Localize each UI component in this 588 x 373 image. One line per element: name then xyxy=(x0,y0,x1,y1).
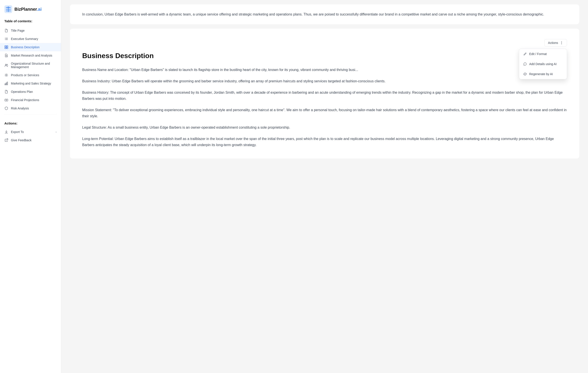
sidebar-item-business-description[interactable]: Business Description xyxy=(0,43,61,51)
actions-label: Actions: xyxy=(0,116,61,128)
nav-item-label: Operations Plan xyxy=(11,90,33,93)
svg-point-16 xyxy=(561,43,562,43)
svg-rect-12 xyxy=(7,82,8,85)
svg-rect-4 xyxy=(5,47,6,49)
edit-format-menu-item[interactable]: Edit / Format xyxy=(519,49,567,59)
chevron-icon: › xyxy=(55,130,57,134)
action-item-label: Export To xyxy=(11,130,24,134)
section-paragraph-4: Legal Structure: As a small business ent… xyxy=(82,124,567,131)
shield-icon xyxy=(4,106,8,110)
svg-rect-3 xyxy=(7,46,8,47)
nav-item-label: Products or Services xyxy=(11,73,39,77)
edit-format-label: Edit / Format xyxy=(529,52,547,56)
users-icon xyxy=(4,63,8,67)
nav-item-label: Risk Analysis xyxy=(11,107,29,110)
logo-area: BizPlanner.ai xyxy=(0,5,61,19)
sidebar-item-organizational-structure[interactable]: Organizational Structure and Management xyxy=(0,60,61,71)
action-item-give-feedback[interactable]: Give Feedback xyxy=(0,136,61,144)
actions-bar: Actions Edit / Format xyxy=(82,39,567,47)
svg-rect-10 xyxy=(5,84,5,85)
sidebar-item-title-page[interactable]: Title Page xyxy=(0,26,61,35)
action-items: Export To › Give Feedback xyxy=(0,128,61,144)
svg-point-15 xyxy=(561,41,562,42)
list-icon xyxy=(4,37,8,41)
dots-icon xyxy=(560,41,563,45)
edit-icon xyxy=(523,52,527,56)
sidebar-item-executive-summary[interactable]: Executive Summary xyxy=(0,35,61,43)
nav-item-label: Title Page xyxy=(11,29,25,32)
section-paragraph-3: Mission Statement: "To deliver exception… xyxy=(82,107,567,119)
section-paragraph-0: Business Name and Location: "Urban Edge … xyxy=(82,67,567,73)
regenerate-label: Regenerate by AI xyxy=(529,72,553,76)
gear-icon xyxy=(4,73,8,77)
svg-point-17 xyxy=(561,44,562,44)
svg-rect-13 xyxy=(5,99,8,101)
actions-dropdown-menu: Edit / Format Add Details using AI xyxy=(519,49,567,79)
actions-button[interactable]: Actions xyxy=(544,39,567,47)
svg-point-9 xyxy=(6,75,7,76)
nav-item-label: Executive Summary xyxy=(11,37,38,41)
chart-icon xyxy=(4,81,8,85)
download-icon xyxy=(4,130,8,134)
sidebar-item-operations-plan[interactable]: Operations Plan xyxy=(0,88,61,96)
toc-label: Table of contents: xyxy=(0,19,61,26)
actions-button-label: Actions xyxy=(548,41,558,45)
svg-point-7 xyxy=(5,64,7,65)
intro-text: In conclusion, Urban Edge Barbers is wel… xyxy=(82,11,567,17)
nav-item-label: Organizational Structure and Management xyxy=(11,62,57,69)
business-description-card: Actions Edit / Format xyxy=(70,29,579,159)
svg-point-8 xyxy=(7,64,8,65)
intro-card: In conclusion, Urban Edge Barbers is wel… xyxy=(70,4,579,24)
grid-icon xyxy=(4,45,8,49)
section-paragraph-5: Long-term Potential: Urban Edge Barbers … xyxy=(82,136,567,148)
action-item-label: Give Feedback xyxy=(11,139,32,142)
sidebar-item-marketing-sales[interactable]: Marketing and Sales Strategy xyxy=(0,79,61,88)
chat-icon xyxy=(523,62,527,66)
logo-icon xyxy=(4,5,12,13)
section-title: Business Description xyxy=(82,52,567,60)
svg-rect-5 xyxy=(7,47,8,49)
nav-item-label: Market Research and Analysis xyxy=(11,54,52,57)
refresh-icon xyxy=(523,72,527,76)
sidebar-item-risk-analysis[interactable]: Risk Analysis xyxy=(0,104,61,112)
nav-items: Title Page Executive Summary Business De… xyxy=(0,26,61,112)
add-details-menu-item[interactable]: Add Details using AI xyxy=(519,59,567,69)
document-search-icon xyxy=(4,53,8,57)
nav-item-label: Financial Projections xyxy=(11,98,39,102)
sidebar-item-financial-projections[interactable]: Financial Projections xyxy=(0,96,61,104)
svg-rect-11 xyxy=(6,83,7,85)
nav-item-label: Business Description xyxy=(11,45,40,49)
sidebar-item-products-services[interactable]: Products or Services xyxy=(0,71,61,79)
cash-icon xyxy=(4,98,8,102)
section-paragraphs: Business Name and Location: "Urban Edge … xyxy=(82,67,567,148)
svg-rect-2 xyxy=(5,46,6,47)
nav-item-label: Marketing and Sales Strategy xyxy=(11,82,51,85)
main-content: In conclusion, Urban Edge Barbers is wel… xyxy=(61,0,588,373)
svg-point-14 xyxy=(6,100,7,101)
file-icon xyxy=(4,90,8,94)
add-details-label: Add Details using AI xyxy=(529,62,556,66)
section-paragraph-2: Business History: The concept of Urban E… xyxy=(82,90,567,102)
logo-text: BizPlanner.ai xyxy=(14,7,42,12)
file-icon xyxy=(4,29,8,32)
sidebar: BizPlanner.ai Table of contents: Title P… xyxy=(0,0,61,373)
sidebar-item-market-research[interactable]: Market Research and Analysis xyxy=(0,51,61,60)
external-link-icon xyxy=(4,138,8,142)
regenerate-menu-item[interactable]: Regenerate by AI xyxy=(519,69,567,79)
section-paragraph-1: Business Industry: Urban Edge Barbers wi… xyxy=(82,78,567,84)
action-item-export-to[interactable]: Export To › xyxy=(0,128,61,136)
sidebar-divider xyxy=(4,114,57,114)
